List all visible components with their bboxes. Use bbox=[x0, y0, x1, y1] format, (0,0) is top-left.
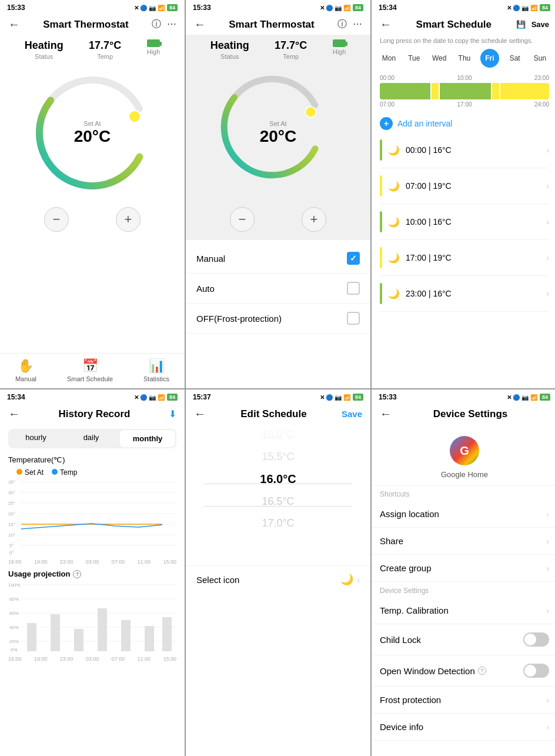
add-interval-button[interactable]: + Add an interval bbox=[372, 112, 555, 132]
mode-manual[interactable]: Manual ✓ bbox=[186, 244, 370, 274]
temperature-chart: 35° 30° 25° 20° 15° 10° 5° 0° 16:00 19:0… bbox=[0, 479, 185, 565]
temp-stat: 17.7°C Temp bbox=[89, 39, 121, 60]
increase-button[interactable]: + bbox=[116, 207, 141, 232]
back-button-3[interactable]: ← bbox=[380, 18, 392, 31]
interval-item-1[interactable]: 🌙 07:00 | 19°C › bbox=[380, 168, 549, 204]
svg-text:0°: 0° bbox=[9, 550, 14, 555]
day-sat[interactable]: Sat bbox=[506, 49, 524, 68]
interval-item-4[interactable]: 🌙 23:00 | 16°C › bbox=[380, 276, 549, 312]
share-item[interactable]: Share › bbox=[372, 528, 555, 555]
checkbox-frost[interactable] bbox=[347, 312, 360, 325]
open-window-item[interactable]: Open Window Detection ? bbox=[372, 655, 555, 687]
temperature-dial-2: Set At 20°C bbox=[186, 62, 370, 204]
back-button-5[interactable]: ← bbox=[194, 407, 206, 421]
child-lock-toggle[interactable] bbox=[523, 632, 549, 647]
interval-item-3[interactable]: 🌙 17:00 | 19°C › bbox=[380, 240, 549, 276]
chevron-icon-0: › bbox=[546, 145, 549, 155]
mode-list: Manual ✓ Auto OFF(Frost-protection) bbox=[186, 244, 370, 334]
back-button-4[interactable]: ← bbox=[8, 407, 20, 421]
usage-title: Usage projection ? bbox=[8, 570, 176, 578]
info-icon-2[interactable]: ⓘ bbox=[337, 18, 347, 31]
svg-text:20%: 20% bbox=[9, 639, 19, 644]
day-tue[interactable]: Tue bbox=[404, 49, 423, 68]
save-button-5[interactable]: Save bbox=[342, 409, 362, 419]
mode-auto[interactable]: Auto bbox=[186, 274, 370, 304]
child-lock-item[interactable]: Child Lock bbox=[372, 624, 555, 655]
usage-chart-svg: 100% 80% 60% 40% 20% 0% bbox=[8, 582, 176, 652]
moon-icon-2: 🌙 bbox=[388, 217, 400, 228]
moon-icon-4: 🌙 bbox=[388, 288, 400, 299]
svg-text:0%: 0% bbox=[11, 647, 18, 652]
battery-label: High bbox=[147, 48, 161, 55]
checkbox-manual[interactable]: ✓ bbox=[347, 252, 360, 265]
nav-bar-2: ← Smart Thermostat ⓘ ⋯ bbox=[186, 14, 370, 35]
screen-device-settings: 15:33 ✕ 🔵 📷 📶 84 ← Device Settings G Goo… bbox=[372, 389, 555, 756]
usage-section: Usage projection ? 100% 80% 60% 40% 20% … bbox=[0, 565, 185, 664]
more-icon-1[interactable]: ⋯ bbox=[167, 18, 176, 31]
tab-statistics-label: Statistics bbox=[143, 375, 169, 382]
more-icon-2[interactable]: ⋯ bbox=[353, 18, 362, 31]
day-fri[interactable]: Fri bbox=[480, 49, 499, 68]
page-title-1: Smart Thermostat bbox=[20, 19, 152, 31]
day-sun[interactable]: Sun bbox=[530, 49, 549, 68]
info-icon-1[interactable]: ⓘ bbox=[152, 18, 161, 31]
save-button-3[interactable]: Save bbox=[531, 20, 549, 29]
page-title-5: Edit Schedule bbox=[206, 408, 342, 420]
thermostat-stats-2: Heating Status 17.7°C Temp High bbox=[186, 35, 370, 62]
svg-rect-34 bbox=[74, 629, 83, 651]
svg-rect-36 bbox=[121, 620, 131, 651]
status-bar-6: 15:33 ✕ 🔵 📷 📶 84 bbox=[372, 389, 555, 404]
status-bar-1: 15:33 ✕ 🔵 📷 📶 84 bbox=[0, 0, 185, 14]
checkbox-auto[interactable] bbox=[347, 282, 360, 295]
usage-help-icon: ? bbox=[73, 570, 81, 578]
time-5: 15:37 bbox=[193, 393, 211, 401]
temperature-picker[interactable]: 15.0°C 15.5°C 16.0°C 16.5°C 17.0°C bbox=[186, 424, 370, 565]
nav-bar-3: ← Smart Schedule 💾 Save bbox=[372, 14, 555, 35]
back-button-1[interactable]: ← bbox=[8, 18, 20, 31]
decrease-button[interactable]: − bbox=[44, 207, 69, 232]
set-temp: 20°C bbox=[74, 127, 111, 146]
assign-location-chevron: › bbox=[546, 509, 549, 519]
interval-item-0[interactable]: 🌙 00:00 | 16°C › bbox=[380, 132, 549, 168]
share-chevron: › bbox=[546, 537, 549, 546]
tab-smart-schedule[interactable]: 📅 Smart Schedule bbox=[67, 358, 113, 382]
page-title-3: Smart Schedule bbox=[392, 19, 516, 31]
svg-rect-32 bbox=[27, 623, 36, 651]
svg-text:40%: 40% bbox=[9, 625, 19, 630]
decrease-button-2[interactable]: − bbox=[230, 207, 255, 232]
interval-item-2[interactable]: 🌙 10:00 | 16°C › bbox=[380, 204, 549, 240]
temp-calibration-item[interactable]: Temp. Calibration › bbox=[372, 597, 555, 624]
assign-location-item[interactable]: Assign location › bbox=[372, 501, 555, 528]
status-label: Status bbox=[25, 53, 63, 60]
tab-manual[interactable]: ✋ Manual bbox=[15, 358, 36, 382]
create-group-item[interactable]: Create group › bbox=[372, 555, 555, 582]
status-stat-2: Heating Status bbox=[210, 39, 249, 60]
tab-hourly[interactable]: hourly bbox=[8, 429, 63, 448]
temp-item-0: 15.0°C bbox=[186, 424, 370, 446]
back-button-2[interactable]: ← bbox=[194, 18, 206, 31]
increase-button-2[interactable]: + bbox=[302, 207, 326, 232]
device-info-item[interactable]: Device info › bbox=[372, 714, 555, 741]
svg-text:10°: 10° bbox=[8, 532, 15, 538]
svg-rect-35 bbox=[98, 608, 107, 651]
open-window-toggle[interactable] bbox=[523, 664, 549, 678]
frost-protection-item[interactable]: Frost protection › bbox=[372, 687, 555, 714]
day-wed[interactable]: Wed bbox=[430, 49, 449, 68]
shortcuts-section-label: Shortcuts bbox=[372, 485, 555, 501]
day-thu[interactable]: Thu bbox=[455, 49, 474, 68]
google-icon: G bbox=[450, 436, 479, 465]
svg-rect-38 bbox=[162, 617, 172, 651]
mode-frost[interactable]: OFF(Frost-protection) bbox=[186, 304, 370, 334]
tab-statistics[interactable]: 📊 Statistics bbox=[143, 358, 169, 382]
tab-monthly[interactable]: monthly bbox=[120, 430, 175, 447]
download-button[interactable]: ⬇ bbox=[169, 408, 176, 419]
day-mon[interactable]: Mon bbox=[379, 49, 398, 68]
temperature-controls: − + bbox=[0, 204, 185, 240]
picker-line-top bbox=[204, 484, 352, 484]
svg-point-5 bbox=[305, 106, 316, 117]
status-icons-1: ✕ 🔵 📷 📶 84 bbox=[134, 4, 178, 11]
save-icon-3[interactable]: 💾 bbox=[516, 20, 526, 29]
tab-daily[interactable]: daily bbox=[63, 429, 119, 448]
nav-bar-5: ← Edit Schedule Save bbox=[186, 404, 370, 424]
back-button-6[interactable]: ← bbox=[380, 407, 392, 421]
